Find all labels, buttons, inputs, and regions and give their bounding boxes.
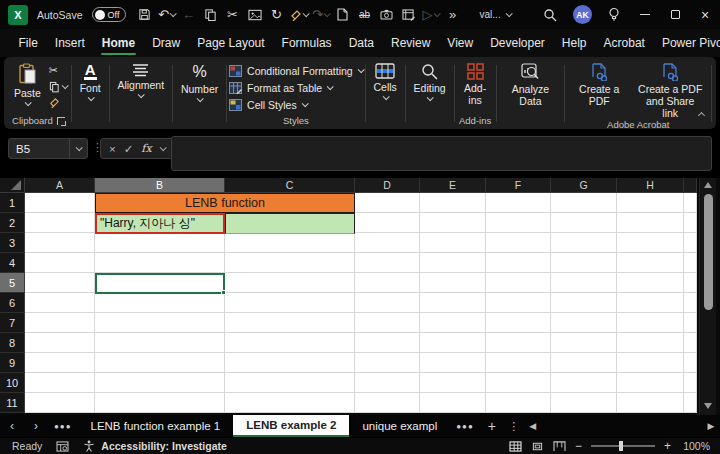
form-icon[interactable] [399, 4, 419, 26]
cell-B6[interactable] [95, 293, 225, 313]
cell-x6[interactable] [684, 293, 697, 313]
tab-page-layout[interactable]: Page Layout [189, 29, 273, 57]
cell-E10[interactable] [420, 373, 486, 393]
cell-B10[interactable] [95, 373, 225, 393]
column-header-C[interactable]: C [225, 178, 355, 193]
cell-A7[interactable] [25, 313, 95, 333]
cell-C7[interactable] [225, 313, 355, 333]
tab-data[interactable]: Data [340, 29, 382, 57]
cell-C10[interactable] [225, 373, 355, 393]
cell-B9[interactable] [95, 353, 225, 373]
cell-G10[interactable] [551, 373, 617, 393]
hscroll-left-icon[interactable]: ◀ [524, 415, 542, 437]
analyze-data-button[interactable]: Analyze Data [498, 60, 562, 107]
cell-C4[interactable] [225, 253, 355, 273]
number-button[interactable]: % Number [175, 60, 224, 102]
cell-A8[interactable] [25, 333, 95, 353]
cell-B8[interactable] [95, 333, 225, 353]
horizontal-scrollbar[interactable] [542, 415, 702, 437]
column-header-partial[interactable] [684, 178, 697, 193]
cell-D3[interactable] [355, 233, 420, 253]
cell-G2[interactable] [551, 213, 617, 233]
cell-C9[interactable] [225, 353, 355, 373]
cell-A5[interactable] [25, 273, 95, 293]
cell-F6[interactable] [486, 293, 551, 313]
cell-F5[interactable] [486, 273, 551, 293]
maximize-button[interactable] [660, 0, 690, 29]
cell-G6[interactable] [551, 293, 617, 313]
cell-E9[interactable] [420, 353, 486, 373]
cell-G9[interactable] [551, 353, 617, 373]
cell-G1[interactable] [551, 193, 617, 213]
cell-F10[interactable] [486, 373, 551, 393]
cell-G8[interactable] [551, 333, 617, 353]
cell-A2[interactable] [25, 213, 95, 233]
cell-D11[interactable] [355, 393, 420, 413]
zoom-out-button[interactable]: − [575, 439, 582, 453]
new-sheet-button[interactable]: + [480, 415, 504, 437]
cell-F8[interactable] [486, 333, 551, 353]
cell-H6[interactable] [617, 293, 684, 313]
cell-H1[interactable] [617, 193, 684, 213]
excel-logo[interactable]: X [8, 5, 28, 25]
val-dropdown[interactable]: val... [480, 9, 511, 20]
scroll-up-icon[interactable] [704, 182, 712, 188]
cell-G3[interactable] [551, 233, 617, 253]
copy-button[interactable] [49, 80, 67, 93]
normal-view-icon[interactable] [509, 441, 522, 452]
more-sheets-left-icon[interactable]: ●●● [48, 415, 78, 437]
strikethrough-icon[interactable]: ab [355, 4, 375, 26]
cell-D10[interactable] [355, 373, 420, 393]
accessibility-icon[interactable] [83, 440, 95, 452]
insert-function-icon[interactable]: fx [141, 142, 151, 155]
cell-E7[interactable] [420, 313, 486, 333]
cell-E4[interactable] [420, 253, 486, 273]
sheet-tab-3[interactable]: unique exampl [349, 415, 450, 437]
tab-insert[interactable]: Insert [46, 29, 93, 57]
cell-x10[interactable] [684, 373, 697, 393]
close-button[interactable]: × [690, 0, 720, 29]
cell-E1[interactable] [420, 193, 486, 213]
editing-button[interactable]: Editing [408, 60, 452, 101]
cut-button[interactable]: ✂ [49, 64, 67, 77]
cell-H8[interactable] [617, 333, 684, 353]
column-header-E[interactable]: E [420, 178, 486, 193]
cell-H7[interactable] [617, 313, 684, 333]
cell-E11[interactable] [420, 393, 486, 413]
zoom-slider-thumb[interactable] [619, 441, 623, 451]
cell-E2[interactable] [420, 213, 486, 233]
new-file-icon[interactable] [333, 4, 353, 26]
cell-D6[interactable] [355, 293, 420, 313]
cell-D1[interactable] [355, 193, 420, 213]
row-header-6[interactable]: 6 [0, 293, 25, 313]
cancel-icon[interactable]: × [109, 143, 116, 155]
cut-icon[interactable]: ✂ [223, 4, 243, 26]
copy-icon[interactable] [201, 4, 221, 26]
format-painter-button[interactable] [49, 96, 67, 109]
tab-help[interactable]: Help [553, 29, 595, 57]
cell-C11[interactable] [225, 393, 355, 413]
cell-G4[interactable] [551, 253, 617, 273]
cell-A3[interactable] [25, 233, 95, 253]
select-all-corner[interactable] [0, 178, 25, 193]
cell-B11[interactable] [95, 393, 225, 413]
page-layout-view-icon[interactable] [531, 441, 544, 452]
row-header-7[interactable]: 7 [0, 313, 25, 333]
cell-B4[interactable] [95, 253, 225, 273]
refresh-icon[interactable]: ↻ [267, 4, 287, 26]
tab-developer[interactable]: Developer [482, 29, 554, 57]
cell-G11[interactable] [551, 393, 617, 413]
cell-H10[interactable] [617, 373, 684, 393]
cell-G7[interactable] [551, 313, 617, 333]
row-header-1[interactable]: 1 [0, 193, 25, 213]
row-header-5[interactable]: 5 [0, 273, 25, 293]
format-as-table-button[interactable]: Format as Table [229, 80, 363, 95]
cell-B7[interactable] [95, 313, 225, 333]
paste-picture-icon[interactable] [245, 4, 265, 26]
row-header-10[interactable]: 10 [0, 373, 25, 393]
vertical-scrollbar[interactable] [699, 178, 716, 415]
cell-F4[interactable] [486, 253, 551, 273]
cell-E5[interactable] [420, 273, 486, 293]
merged-title-cell[interactable]: LENB function [95, 193, 355, 213]
zoom-slider[interactable] [591, 445, 655, 447]
